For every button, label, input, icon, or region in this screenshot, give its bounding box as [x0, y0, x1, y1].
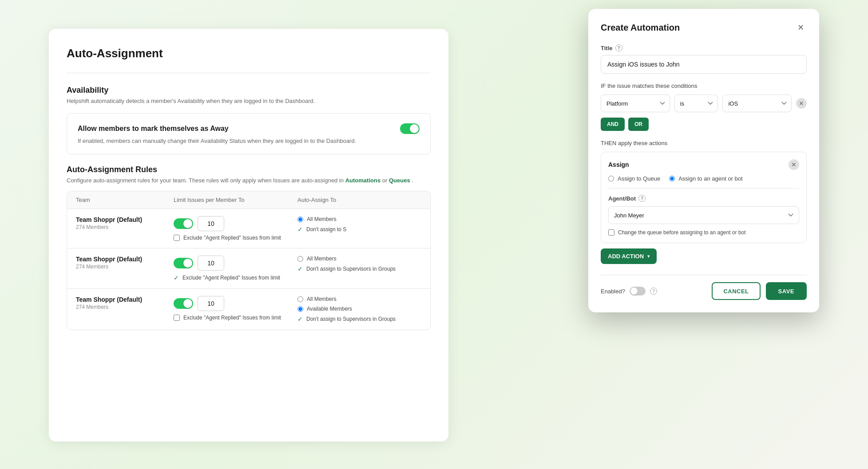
available-members-row-3: Available Members — [297, 306, 421, 312]
all-members-radio-2[interactable] — [297, 256, 303, 262]
enabled-help-icon[interactable]: ? — [650, 288, 657, 295]
available-members-label-3: Available Members — [307, 306, 352, 312]
rules-title: Auto-Assignment Rules — [67, 165, 431, 174]
condition-type-select[interactable]: Platform Issue Type Tag — [601, 95, 670, 112]
all-members-radio-1[interactable] — [297, 217, 303, 222]
condition-row: Platform Issue Type Tag is is not iOS An… — [601, 95, 807, 112]
assign-cell-1: All Members ✓ Don't assign to S — [297, 216, 421, 233]
modal-title: Create Automation — [601, 23, 680, 33]
col-limit: Limit Issues per Member To — [174, 197, 297, 203]
and-button[interactable]: AND — [601, 118, 625, 131]
agent-select[interactable]: John Meyer Jane Smith — [608, 206, 799, 224]
action-header: Assign ✕ — [608, 159, 799, 170]
assign-agent-label[interactable]: Assign to an agent or bot — [669, 175, 743, 182]
action-card: Assign ✕ Assign to Queue Assign to an ag… — [601, 152, 807, 243]
dont-assign-check-2: ✓ — [297, 265, 303, 272]
agent-bot-help-icon[interactable]: ? — [638, 195, 646, 202]
limit-toggle-1[interactable] — [174, 218, 193, 229]
limit-input-1[interactable] — [198, 216, 224, 231]
cancel-button[interactable]: CANCEL — [712, 282, 760, 300]
assign-queue-label[interactable]: Assign to Queue — [608, 175, 660, 182]
team-name-2: Team Shoppr (Default) — [76, 256, 174, 263]
limit-row-3 — [174, 296, 297, 311]
exclude-label-1: Exclude "Agent Replied" Issues from limi… — [183, 235, 281, 241]
team-cell-2: Team Shoppr (Default) 274 Members — [76, 256, 174, 270]
table-header: Team Limit Issues per Member To Auto-Ass… — [67, 191, 430, 209]
assign-cell-2: All Members ✓ Don't assign to Supervisor… — [297, 256, 421, 272]
title-help-icon[interactable]: ? — [615, 44, 622, 51]
exclude-checkbox-1[interactable] — [174, 235, 180, 241]
exclude-check-2: ✓ — [174, 274, 179, 281]
enabled-label: Enabled? — [601, 288, 625, 295]
all-members-row-2: All Members — [297, 256, 421, 262]
availability-title: Availability — [67, 86, 431, 95]
exclude-label-2: Exclude "Agent Replied" Issues from limi… — [182, 275, 280, 281]
team-members-2: 274 Members — [76, 264, 174, 270]
limit-toggle-3[interactable] — [174, 298, 193, 309]
remove-condition-button[interactable]: ✕ — [796, 98, 807, 109]
all-members-row-1: All Members — [297, 216, 421, 222]
col-team: Team — [76, 197, 174, 203]
rules-desc-suffix: . — [412, 177, 413, 184]
automations-link[interactable]: Automations — [345, 177, 380, 184]
exclude-checkbox-3[interactable] — [174, 315, 180, 321]
dont-assign-row-3: ✓ Don't assign to Supervisors in Groups — [297, 315, 421, 323]
dont-assign-row-1: ✓ Don't assign to S — [297, 226, 421, 233]
title-input[interactable] — [601, 55, 807, 74]
condition-value-select[interactable]: iOS Android Web — [722, 95, 792, 112]
assign-cell-3: All Members Available Members ✓ Don't as… — [297, 296, 421, 323]
actions-label: THEN apply these actions — [601, 140, 807, 146]
agent-bot-label: Agent/Bot ? — [608, 195, 799, 202]
or-button[interactable]: OR — [628, 118, 649, 131]
team-name-1: Team Shoppr (Default) — [76, 216, 174, 223]
remove-action-button[interactable]: ✕ — [789, 159, 799, 170]
col-assign: Auto-Assign To — [297, 197, 421, 203]
modal-footer: Enabled? ? CANCEL SAVE — [601, 275, 807, 300]
page-title: Auto-Assignment — [67, 47, 431, 60]
available-members-radio-3[interactable] — [297, 306, 303, 312]
create-automation-modal: Create Automation ✕ Title ? IF the issue… — [588, 9, 819, 312]
assign-queue-radio[interactable] — [608, 176, 614, 181]
limit-row-1 — [174, 216, 297, 231]
divider-top — [67, 73, 431, 73]
exclude-checkbox-row-3: Exclude "Agent Replied" Issues from limi… — [174, 315, 297, 321]
exclude-checkbox-row-2: ✓ Exclude "Agent Replied" Issues from li… — [174, 274, 297, 281]
enabled-row: Enabled? ? — [601, 287, 706, 296]
assign-agent-radio[interactable] — [669, 176, 675, 181]
all-members-label-2: All Members — [307, 256, 337, 262]
add-action-label: ADD ACTION — [608, 253, 644, 260]
change-queue-row: Change the queue before assigning to an … — [608, 229, 799, 236]
change-queue-label: Change the queue before assigning to an … — [618, 229, 746, 236]
change-queue-checkbox[interactable] — [608, 229, 614, 236]
limit-input-2[interactable] — [198, 256, 224, 271]
save-button[interactable]: SAVE — [766, 282, 807, 300]
all-members-row-3: All Members — [297, 296, 421, 302]
close-button[interactable]: ✕ — [794, 21, 807, 34]
team-cell-1: Team Shoppr (Default) 274 Members — [76, 216, 174, 230]
limit-input-3[interactable] — [198, 296, 224, 311]
team-cell-3: Team Shoppr (Default) 274 Members — [76, 296, 174, 310]
queues-link[interactable]: Queues — [389, 177, 410, 184]
limit-cell-1: Exclude "Agent Replied" Issues from limi… — [174, 216, 297, 241]
enabled-toggle[interactable] — [630, 287, 646, 296]
main-background: Auto-Assignment Availability Helpshift a… — [0, 0, 868, 469]
table-row: Team Shoppr (Default) 274 Members ✓ Excl… — [67, 248, 430, 289]
conditions-label: IF the issue matches these conditions — [601, 83, 807, 89]
limit-toggle-2[interactable] — [174, 258, 193, 268]
availability-card-header: Allow members to mark themselves as Away — [78, 123, 420, 134]
dont-assign-label-3: Don't assign to Supervisors in Groups — [306, 316, 396, 322]
all-members-radio-3[interactable] — [297, 296, 303, 302]
limit-row-2 — [174, 256, 297, 271]
availability-toggle[interactable] — [400, 123, 420, 134]
dont-assign-label-1: Don't assign to S — [306, 226, 346, 233]
availability-card-title: Allow members to mark themselves as Away — [78, 125, 229, 133]
limit-cell-3: Exclude "Agent Replied" Issues from limi… — [174, 296, 297, 321]
team-members-3: 274 Members — [76, 304, 174, 310]
availability-desc: Helpshift automatically detects a member… — [67, 98, 431, 104]
exclude-checkbox-row-1: Exclude "Agent Replied" Issues from limi… — [174, 235, 297, 241]
limit-cell-2: ✓ Exclude "Agent Replied" Issues from li… — [174, 256, 297, 281]
add-action-button[interactable]: ADD ACTION ▾ — [601, 248, 657, 264]
title-field-label: Title ? — [601, 44, 807, 51]
condition-operator-select[interactable]: is is not — [674, 95, 718, 112]
add-action-chevron-icon: ▾ — [647, 254, 650, 259]
